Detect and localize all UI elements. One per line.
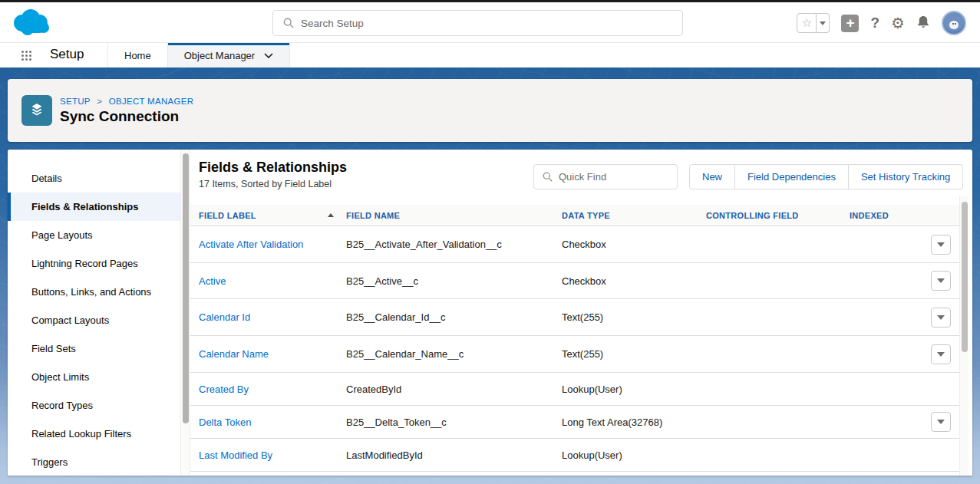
object-header-card: SETUP > OBJECT MANAGER Sync Connection	[8, 79, 972, 142]
table-row: Delta TokenB25__Delta_Token__cLong Text …	[190, 406, 959, 439]
table-row: ActiveB25__Active__cCheckbox	[190, 263, 959, 299]
column-header-label: FIELD LABEL	[199, 211, 256, 220]
table-row: Calendar NameB25__Calendar_Name__cText(2…	[190, 336, 959, 373]
sidebar-item-buttons-links-and-actions[interactable]: Buttons, Links, and Actions	[8, 278, 180, 306]
table-scrollbar-thumb[interactable]	[962, 202, 968, 352]
fields-panel: Fields & Relationships 17 Items, Sorted …	[190, 150, 972, 476]
table-header: FIELD LABEL FIELD NAME DATA TYPE CONTROL…	[190, 205, 959, 226]
row-action-cell	[931, 344, 951, 364]
tab-object-manager[interactable]: Object Manager	[168, 43, 291, 67]
field-name-cell: B25__Activate_After_Validation__c	[346, 239, 562, 250]
favorites-star-icon[interactable]: ☆	[797, 13, 817, 33]
sidebar-item-object-limits[interactable]: Object Limits	[8, 363, 180, 391]
row-menu-button[interactable]	[931, 271, 951, 291]
help-icon[interactable]: ?	[870, 15, 879, 31]
column-header-controlling-field[interactable]: CONTROLLING FIELD	[706, 211, 850, 220]
caret-down-icon	[937, 278, 945, 283]
sidebar-scrollbar[interactable]	[180, 150, 190, 476]
sidebar-item-lightning-record-pages[interactable]: Lightning Record Pages	[8, 249, 180, 278]
field-label-link[interactable]: Calendar Id	[199, 311, 250, 323]
object-sidebar: DetailsFields & RelationshipsPage Layout…	[8, 150, 180, 476]
breadcrumb-object-manager-link[interactable]: OBJECT MANAGER	[109, 97, 194, 106]
data-type-cell: Lookup(User)	[562, 384, 706, 395]
search-input[interactable]	[301, 18, 682, 29]
salesforce-logo-icon	[9, 7, 52, 42]
tab-home-label: Home	[124, 50, 151, 61]
field-label-link[interactable]: Activate After Validation	[199, 239, 303, 250]
field-dependencies-button[interactable]: Field Dependencies	[735, 164, 849, 189]
sidebar-item-field-sets[interactable]: Field Sets	[8, 334, 180, 363]
favorites-caret-icon[interactable]	[817, 13, 830, 33]
row-action-cell	[931, 271, 951, 291]
column-header-field-name[interactable]: FIELD NAME	[346, 211, 562, 220]
field-name-cell: CreatedById	[346, 384, 562, 395]
favorites-button-group: ☆	[797, 13, 830, 33]
field-name-cell: B25__Active__c	[346, 275, 562, 287]
data-type-cell: Lookup(User)	[562, 449, 706, 461]
panel-item-count: 17 Items, Sorted by Field Label	[199, 179, 332, 189]
table-row: Created ByCreatedByIdLookup(User)	[190, 373, 959, 406]
setup-gear-icon[interactable]: ⚙	[891, 15, 905, 31]
field-label-link[interactable]: Calendar Name	[199, 348, 269, 360]
object-manager-content: DetailsFields & RelationshipsPage Layout…	[8, 150, 972, 476]
sidebar-item-triggers[interactable]: Triggers	[8, 448, 180, 476]
quick-find-input[interactable]	[559, 171, 677, 183]
page-title: Sync Connection	[60, 108, 179, 125]
column-header-field-label[interactable]: FIELD LABEL	[199, 211, 346, 220]
sidebar-item-record-types[interactable]: Record Types	[8, 391, 180, 420]
notifications-bell-icon[interactable]	[916, 15, 930, 32]
row-action-cell	[931, 308, 951, 328]
field-name-cell: B25__Calendar_Name__c	[346, 348, 562, 360]
user-avatar[interactable]	[942, 11, 966, 35]
row-menu-button[interactable]	[931, 344, 951, 364]
row-action-cell	[931, 412, 951, 432]
field-label-link[interactable]: Created By	[199, 384, 249, 395]
data-type-cell: Checkbox	[562, 239, 706, 250]
setup-background: SETUP > OBJECT MANAGER Sync Connection D…	[0, 67, 980, 484]
field-label-link[interactable]: Active	[199, 275, 226, 287]
data-type-cell: Text(255)	[562, 311, 706, 323]
table-scrollbar[interactable]	[959, 196, 968, 476]
quick-find-box	[533, 164, 678, 189]
global-header: ☆ + ? ⚙	[0, 2, 980, 42]
search-icon	[543, 172, 553, 182]
chevron-down-icon	[264, 53, 273, 58]
breadcrumb: SETUP > OBJECT MANAGER	[60, 97, 193, 106]
tab-home[interactable]: Home	[107, 43, 168, 67]
caret-down-icon	[937, 352, 945, 357]
sidebar-item-details[interactable]: Details	[8, 164, 180, 193]
sidebar-item-compact-layouts[interactable]: Compact Layouts	[8, 306, 180, 334]
sidebar-item-related-lookup-filters[interactable]: Related Lookup Filters	[8, 420, 180, 448]
column-header-data-type[interactable]: DATA TYPE	[562, 211, 706, 220]
field-name-cell: B25__Calendar_Id__c	[346, 311, 562, 323]
panel-title: Fields & Relationships	[199, 160, 347, 176]
data-type-cell: Long Text Area(32768)	[562, 417, 706, 428]
tab-object-manager-label: Object Manager	[184, 50, 256, 61]
app-launcher-icon[interactable]	[21, 51, 32, 61]
breadcrumb-setup-link[interactable]: SETUP	[60, 97, 91, 106]
caret-down-icon	[937, 315, 945, 320]
object-layers-icon	[21, 95, 52, 126]
row-menu-button[interactable]	[931, 412, 951, 432]
search-icon	[283, 18, 294, 28]
sidebar-item-page-layouts[interactable]: Page Layouts	[8, 221, 180, 249]
field-label-link[interactable]: Last Modified By	[199, 449, 272, 461]
global-search	[272, 10, 683, 36]
data-type-cell: Text(255)	[562, 348, 706, 360]
row-menu-button[interactable]	[931, 308, 951, 328]
field-name-cell: LastModifiedById	[346, 449, 562, 461]
table-row: Last Modified ByLastModifiedByIdLookup(U…	[190, 439, 959, 472]
app-name-label: Setup	[50, 47, 84, 62]
new-button[interactable]: New	[689, 164, 735, 189]
table-row: Activate After ValidationB25__Activate_A…	[190, 226, 959, 263]
table-body: Activate After ValidationB25__Activate_A…	[190, 226, 959, 472]
row-action-cell	[931, 235, 951, 255]
field-name-cell: B25__Delta_Token__c	[346, 417, 562, 428]
sidebar-item-fields-relationships[interactable]: Fields & Relationships	[8, 193, 180, 221]
field-label-link[interactable]: Delta Token	[199, 417, 251, 428]
set-history-tracking-button[interactable]: Set History Tracking	[849, 164, 963, 189]
column-header-indexed[interactable]: INDEXED	[850, 211, 931, 220]
global-actions-plus-icon[interactable]: +	[841, 15, 859, 32]
row-menu-button[interactable]	[931, 235, 951, 255]
sidebar-scrollbar-thumb[interactable]	[183, 153, 189, 423]
